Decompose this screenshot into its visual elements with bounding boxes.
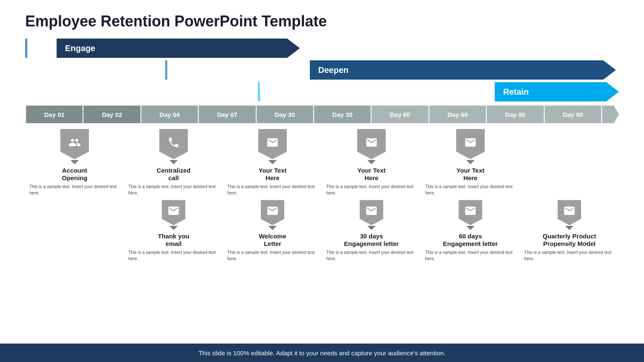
mail-icon-5: [365, 204, 378, 217]
bottom-item-title-2: WelcomeLetter: [259, 233, 286, 248]
icon-thankyou-email: [162, 200, 185, 225]
timeline-day60a: Day 60: [371, 106, 429, 123]
arrow-down-b1: [169, 226, 178, 230]
deepen-row: Deepen: [25, 60, 619, 80]
arrows-section: Engage Deepen Retain: [25, 39, 619, 101]
icon-quarterly: [558, 200, 581, 225]
arrow-down-5: [466, 160, 475, 164]
top-item-desc-2: This is a sample text. Insert your desir…: [127, 184, 221, 196]
bottom-item-3: 30 daysEngagement letter This is a sampl…: [325, 200, 418, 261]
icon-60days: [459, 200, 482, 225]
bottom-item-title-3: 30 daysEngagement letter: [344, 233, 399, 248]
col-5: Your TextHere This is a sample text. Ins…: [421, 129, 520, 262]
top-item-3: Your TextHere This is a sample text. Ins…: [226, 129, 319, 196]
bottom-item-desc-3: This is a sample text. Insert your desir…: [325, 249, 418, 261]
col-2: Centralizedcall This is a sample text. I…: [124, 129, 223, 262]
col-6: Quarterly ProductPropensity Model This i…: [520, 129, 619, 262]
timeline-day90a: Day 90: [487, 106, 544, 123]
col-4: Your TextHere This is a sample text. Ins…: [322, 129, 421, 262]
top-item-title-2: Centralizedcall: [157, 167, 191, 182]
timeline-day02: Day 02: [83, 106, 141, 123]
phone-icon: [167, 136, 180, 149]
footer-text: This slide is 100% editable. Adapt it to…: [198, 349, 445, 357]
timeline-day01: Day 01: [25, 106, 83, 123]
timeline-day60b: Day 60: [429, 106, 487, 123]
engage-row: Engage: [25, 39, 619, 58]
timeline-bar: Day 01 Day 02 Day 04 Day 07 Day 30 Day 3…: [25, 106, 619, 123]
arrow-down-3: [268, 160, 277, 164]
page-title: Employee Retention PowerPoint Template: [25, 13, 619, 30]
bottom-item-title-4: 60 daysEngagement letter: [443, 233, 498, 248]
timeline-day04: Day 04: [141, 106, 199, 123]
bottom-item-5: Quarterly ProductPropensity Model This i…: [522, 200, 616, 261]
deepen-label: Deepen: [310, 65, 348, 75]
deepen-arrow: Deepen: [310, 60, 616, 80]
top-item-title-3: Your TextHere: [259, 167, 287, 182]
arrow-down-4: [367, 160, 376, 164]
icon-your-text-3: [456, 129, 485, 159]
footer: This slide is 100% editable. Adapt it to…: [0, 344, 644, 362]
arrow-down-b5: [565, 226, 574, 230]
timeline-day07: Day 07: [199, 106, 256, 123]
mail-icon-4: [365, 136, 378, 149]
bottom-item-desc-4: This is a sample text. Insert your desir…: [423, 249, 517, 261]
mail-icon-6: [464, 136, 477, 149]
retain-label: Retain: [495, 87, 529, 97]
timeline-arrow-end: [602, 106, 619, 123]
top-item-title-1: AccountOpening: [62, 167, 88, 182]
arrow-down-1: [70, 160, 79, 164]
retain-row: Retain: [25, 82, 619, 101]
arrow-down-b4: [466, 226, 475, 230]
icon-your-text-2: [357, 129, 386, 159]
col-3: Your TextHere This is a sample text. Ins…: [223, 129, 322, 262]
bottom-item-2: WelcomeLetter This is a sample text. Ins…: [226, 200, 319, 261]
mail-icon-8: [563, 204, 576, 217]
items-wrapper: AccountOpening This is a sample text. In…: [25, 129, 619, 262]
arrow-down-2: [169, 160, 178, 164]
icon-welcome-letter: [261, 200, 284, 225]
arrow-down-b3: [367, 226, 376, 230]
icon-account-opening: [60, 129, 89, 159]
engage-arrow: Engage: [57, 39, 300, 58]
bottom-item-desc-2: This is a sample text. Insert your desir…: [226, 249, 319, 261]
arrow-down-b2: [268, 226, 277, 230]
icon-your-text-1: [258, 129, 287, 159]
top-item-5: Your TextHere This is a sample text. Ins…: [423, 129, 517, 196]
top-item-2: Centralizedcall This is a sample text. I…: [127, 129, 221, 196]
bottom-item-title-1: Thank youemail: [158, 233, 189, 248]
top-item-4: Your TextHere This is a sample text. Ins…: [325, 129, 418, 196]
engage-accent: [25, 39, 27, 58]
bottom-item-4: 60 daysEngagement letter This is a sampl…: [423, 200, 517, 261]
people-icon: [68, 136, 81, 149]
deepen-accent: [165, 60, 167, 80]
retain-accent: [258, 82, 260, 101]
timeline-day30a: Day 30: [257, 106, 314, 123]
timeline-day90b: Day 90: [545, 106, 602, 123]
main-container: Employee Retention PowerPoint Template E…: [0, 0, 644, 362]
top-item-title-4: Your TextHere: [358, 167, 386, 182]
bottom-item-desc-5: This is a sample text. Insert your desir…: [522, 249, 616, 261]
col-1: AccountOpening This is a sample text. In…: [25, 129, 124, 262]
engage-label: Engage: [57, 44, 95, 53]
mail-icon-1: [167, 204, 180, 217]
top-item-desc-3: This is a sample text. Insert your desir…: [226, 184, 319, 196]
icon-30days: [360, 200, 383, 225]
timeline-day30b: Day 30: [314, 106, 371, 123]
bottom-item-desc-1: This is a sample text. Insert your desir…: [127, 249, 221, 261]
top-item-desc-5: This is a sample text. Insert your desir…: [423, 184, 517, 196]
mail-icon-7: [464, 204, 477, 217]
top-item-1: AccountOpening This is a sample text. In…: [28, 129, 122, 196]
bottom-item-1: Thank youemail This is a sample text. In…: [127, 200, 221, 261]
top-item-desc-1: This is a sample text. Insert your desir…: [28, 184, 122, 196]
mail-icon-2: [266, 136, 279, 149]
retain-arrow: Retain: [495, 82, 619, 101]
bottom-item-title-5: Quarterly ProductPropensity Model: [543, 233, 596, 248]
mail-icon-3: [266, 204, 279, 217]
top-item-desc-4: This is a sample text. Insert your desir…: [325, 184, 418, 196]
top-item-title-5: Your TextHere: [457, 167, 485, 182]
icon-centralized-call: [159, 129, 188, 159]
